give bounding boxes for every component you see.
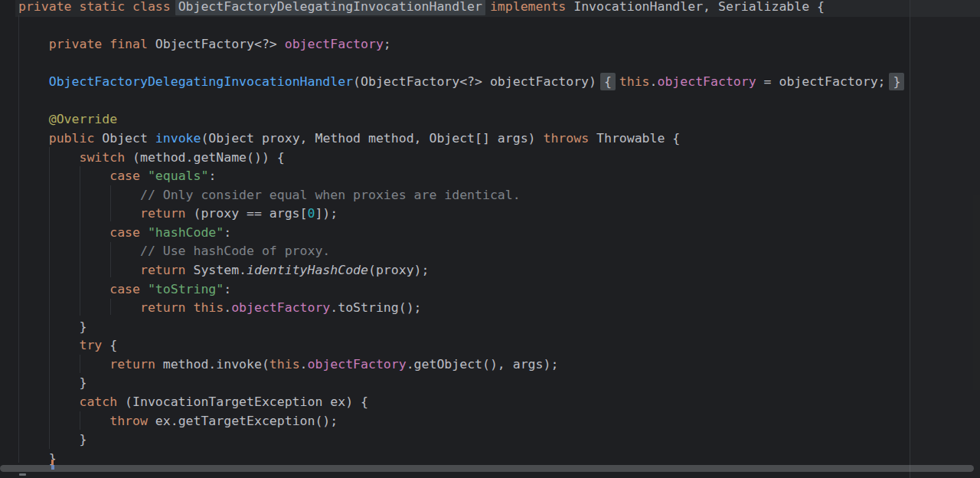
code-token: (ObjectFactory<?> objectFactory) bbox=[353, 74, 604, 89]
code-token: // Use hashCode of proxy. bbox=[18, 244, 330, 258]
code-token: (Object proxy, Method method, Object[] a… bbox=[201, 131, 543, 146]
code-token: Object bbox=[102, 131, 155, 146]
code-line: switch (method.getName()) { bbox=[0, 149, 980, 168]
code-token: "hashCode" bbox=[148, 225, 224, 240]
code-token: (proxy); bbox=[368, 263, 429, 277]
code-token: throw bbox=[18, 414, 148, 428]
code-line: return (proxy == args[0]); bbox=[0, 205, 980, 224]
code-token: return bbox=[18, 206, 186, 221]
code-line: throw ex.getTargetException(); bbox=[0, 412, 980, 431]
code-editor[interactable]: private static class ObjectFactoryDelega… bbox=[0, 0, 980, 478]
code-token: objectFactory bbox=[285, 37, 384, 51]
code-token: : bbox=[224, 225, 231, 240]
code-line: // Use hashCode of proxy. bbox=[0, 242, 980, 261]
code-token: @Override bbox=[18, 112, 117, 126]
code-token: return bbox=[18, 357, 155, 372]
code-token: (method.getName()) { bbox=[125, 150, 285, 165]
code-token bbox=[612, 74, 619, 89]
code-token: method.invoke( bbox=[155, 357, 270, 372]
code-token: InvocationHandler, Serializable { bbox=[566, 0, 825, 14]
code-token: ; bbox=[384, 37, 391, 51]
code-token: case bbox=[18, 282, 148, 296]
code-token: this bbox=[270, 357, 300, 372]
code-line: try { bbox=[0, 336, 980, 355]
code-token: } bbox=[18, 432, 87, 447]
code-token: identityHashCode bbox=[247, 263, 368, 277]
code-token: } bbox=[18, 375, 87, 390]
code-token: ex.getTargetException(); bbox=[148, 414, 338, 428]
code-line: catch (InvocationTargetException ex) { bbox=[0, 393, 980, 412]
code-token: private final bbox=[18, 37, 155, 51]
code-token: . bbox=[650, 74, 658, 89]
code-line: return this.objectFactory.toString(); bbox=[0, 299, 980, 318]
code-area[interactable]: private static class ObjectFactoryDelega… bbox=[0, 0, 980, 478]
code-line bbox=[0, 92, 980, 111]
code-token: System. bbox=[186, 263, 247, 277]
code-token: . bbox=[224, 300, 231, 315]
code-token: } bbox=[18, 319, 87, 334]
code-token: : bbox=[208, 169, 216, 183]
code-token: ObjectFactoryDelegatingInvocationHandler bbox=[49, 74, 353, 89]
code-token: switch bbox=[18, 150, 125, 165]
code-line: case "toString": bbox=[0, 280, 980, 300]
highlighted-token: } bbox=[889, 73, 904, 90]
code-token: "toString" bbox=[148, 282, 224, 296]
code-token: return bbox=[18, 263, 186, 277]
code-line: public Object invoke(Object proxy, Metho… bbox=[0, 129, 980, 149]
code-token: = objectFactory; bbox=[756, 74, 893, 89]
code-line: } bbox=[0, 374, 980, 393]
code-line: private final ObjectFactory<?> objectFac… bbox=[0, 35, 980, 54]
clipped-line-fragment bbox=[19, 473, 26, 476]
code-token bbox=[482, 0, 490, 14]
code-line: ObjectFactoryDelegatingInvocationHandler… bbox=[0, 73, 980, 92]
code-token: Throwable { bbox=[589, 131, 680, 146]
code-token: objectFactory bbox=[308, 357, 407, 372]
code-token: .toString(); bbox=[330, 300, 421, 315]
code-token: case bbox=[18, 225, 148, 240]
code-line: } bbox=[0, 431, 980, 450]
code-token: case bbox=[18, 169, 148, 183]
code-token: // Only consider equal when proxies are … bbox=[18, 188, 521, 202]
code-token: { bbox=[102, 338, 117, 352]
horizontal-scrollbar bbox=[0, 463, 980, 473]
code-token: .getObject(), args); bbox=[407, 357, 559, 372]
horizontal-scrollbar-thumb[interactable] bbox=[0, 465, 974, 472]
code-line: case "equals": bbox=[0, 167, 980, 186]
code-token: ]); bbox=[315, 206, 338, 221]
code-token: public bbox=[18, 131, 102, 146]
code-token: implements bbox=[490, 0, 566, 14]
code-token: try bbox=[18, 338, 102, 352]
code-line bbox=[0, 54, 980, 74]
code-token: throws bbox=[543, 131, 589, 146]
code-line: } bbox=[0, 318, 980, 337]
code-line: private static class ObjectFactoryDelega… bbox=[0, 0, 980, 17]
code-token: this bbox=[619, 74, 650, 89]
code-token: : bbox=[224, 282, 231, 296]
highlighted-token: ObjectFactoryDelegatingInvocationHandler bbox=[175, 0, 485, 15]
code-token: invoke bbox=[155, 131, 201, 146]
code-token: objectFactory bbox=[231, 300, 330, 315]
code-line: return method.invoke(this.objectFactory.… bbox=[0, 355, 980, 375]
code-token: (proxy == args[ bbox=[186, 206, 308, 221]
code-token: return this bbox=[18, 300, 224, 315]
code-token: 0 bbox=[308, 206, 315, 221]
code-line bbox=[0, 17, 980, 36]
code-token: ObjectFactory<?> bbox=[155, 37, 285, 51]
code-line: return System.identityHashCode(proxy); bbox=[0, 261, 980, 280]
code-token bbox=[18, 74, 49, 89]
code-token: catch bbox=[18, 395, 117, 409]
code-token: "equals" bbox=[148, 169, 208, 183]
code-token: private static class bbox=[18, 0, 178, 14]
code-token: objectFactory bbox=[658, 74, 756, 89]
code-line: // Only consider equal when proxies are … bbox=[0, 186, 980, 205]
code-token: (InvocationTargetException ex) { bbox=[117, 395, 368, 409]
code-line: case "hashCode": bbox=[0, 224, 980, 243]
code-line: @Override bbox=[0, 110, 980, 129]
code-token: . bbox=[300, 357, 308, 372]
